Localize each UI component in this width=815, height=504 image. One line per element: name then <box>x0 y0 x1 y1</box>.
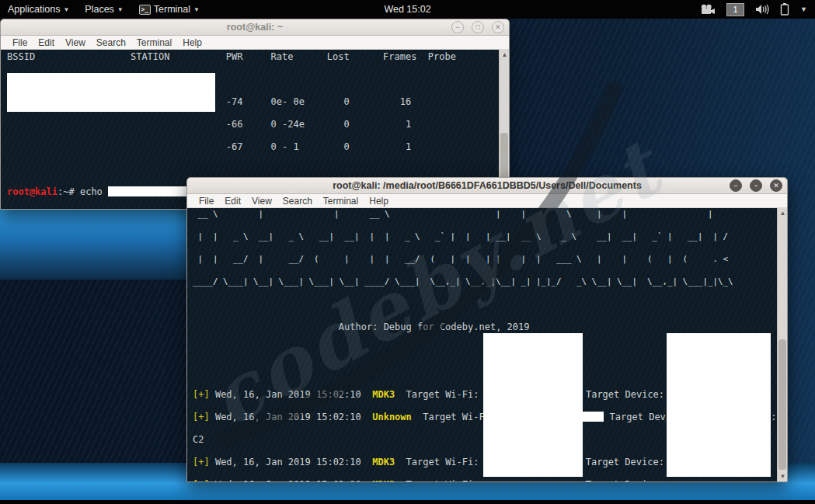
window1-menubar: File Edit View Search Terminal Help <box>1 36 509 50</box>
applications-menu[interactable]: Applications ▼ <box>0 0 77 19</box>
ascii-banner: __ \ | | __ \ | | \ | | | <box>193 209 787 221</box>
panel-clock[interactable]: Wed 15:02 <box>384 4 430 15</box>
station-row: -66 0 -24e 0 1 <box>7 119 509 130</box>
chevron-down-icon: ▼ <box>193 6 200 13</box>
minimize-icon[interactable]: − <box>451 21 464 33</box>
chevron-down-icon: ▼ <box>117 6 124 13</box>
top-panel: Applications ▼ Places ▼ >_ Terminal ▼ We… <box>0 0 815 19</box>
scroll-down-icon[interactable]: ▼ <box>778 471 787 481</box>
close-icon[interactable]: ✕ <box>770 179 782 192</box>
system-tray: 1 ▼ <box>700 3 815 16</box>
menu-terminal[interactable]: Terminal <box>131 37 177 48</box>
terminal-window-2: root@kali: /media/root/B6661DFA661DBBD5/… <box>186 177 788 482</box>
maximize-icon[interactable]: □ <box>472 21 484 33</box>
menu-search[interactable]: Search <box>277 196 318 207</box>
places-menu-label: Places <box>85 4 114 15</box>
applications-menu-label: Applications <box>8 4 60 15</box>
menu-file[interactable]: File <box>7 37 33 48</box>
redaction-box <box>7 73 215 112</box>
places-menu[interactable]: Places ▼ <box>77 0 131 19</box>
terminal-appmenu[interactable]: >_ Terminal ▼ <box>131 0 207 19</box>
menu-file[interactable]: File <box>193 196 219 207</box>
ascii-banner: | | __/ | __/ ( | | | __/ ( | | | | | | … <box>193 254 787 266</box>
menu-help[interactable]: Help <box>364 196 394 207</box>
author-line: Author: Debug for Codeby.net, 2019 <box>193 322 787 333</box>
window2-scrollbar[interactable]: ▲ ▼ <box>777 208 787 481</box>
window2-menubar: File Edit View Search Terminal Help <box>187 194 787 208</box>
window2-title: root@kali: /media/root/B6661DFA661DBBD5/… <box>187 180 787 191</box>
minimize-icon[interactable]: − <box>730 179 742 192</box>
menu-edit[interactable]: Edit <box>219 196 246 207</box>
scrollbar-thumb[interactable] <box>778 339 786 470</box>
redaction-box <box>667 333 771 477</box>
scroll-up-icon[interactable]: ▲ <box>500 50 509 60</box>
scroll-up-icon[interactable]: ▲ <box>778 208 787 218</box>
close-icon[interactable]: ✕ <box>492 21 504 33</box>
airodump-header: BSSID STATION PWR Rate Lost Frames Probe <box>7 51 509 63</box>
station-row: -67 0 - 1 0 1 <box>7 141 509 153</box>
menu-view[interactable]: View <box>60 37 91 48</box>
chevron-down-icon: ▼ <box>63 6 69 13</box>
redaction-box <box>483 333 583 477</box>
tray-chevron-icon[interactable]: ▼ <box>800 5 807 13</box>
window1-title: root@kali: ~ <box>1 22 509 33</box>
menu-view[interactable]: View <box>246 196 277 207</box>
maximize-icon[interactable]: ▫ <box>750 179 762 192</box>
screen-recorder-icon[interactable] <box>700 4 716 15</box>
battery-icon[interactable] <box>780 3 789 16</box>
window2-terminal-content[interactable]: __ \ | | __ \ | | \ | | | | | _ \ __| _ … <box>187 208 787 481</box>
terminal-icon: >_ <box>139 5 151 15</box>
desktop: Applications ▼ Places ▼ >_ Terminal ▼ We… <box>0 0 815 504</box>
workspace-indicator[interactable]: 1 <box>726 3 744 16</box>
ascii-banner: | | _ \ __| _ \ __| __| | | _ \ _` | | |… <box>193 231 787 243</box>
wallpaper-bottom-strip <box>0 500 815 504</box>
menu-help[interactable]: Help <box>177 37 207 48</box>
menu-search[interactable]: Search <box>91 37 131 48</box>
menu-edit[interactable]: Edit <box>33 37 60 48</box>
log-row-mdk3: [+] Wed, 16, Jan 2019 15:02:10 MDK3 Targ… <box>193 479 787 481</box>
terminal-appmenu-label: Terminal <box>154 4 190 15</box>
window1-titlebar[interactable]: root@kali: ~ − □ ✕ <box>1 19 509 36</box>
menu-terminal[interactable]: Terminal <box>318 196 364 207</box>
ascii-banner: ____/ \___| \__| \___| \___| \__| ____/ … <box>193 276 787 288</box>
volume-icon[interactable] <box>755 4 769 15</box>
window2-titlebar[interactable]: root@kali: /media/root/B6661DFA661DBBD5/… <box>187 178 787 194</box>
wallpaper-blue-glow <box>0 208 186 280</box>
